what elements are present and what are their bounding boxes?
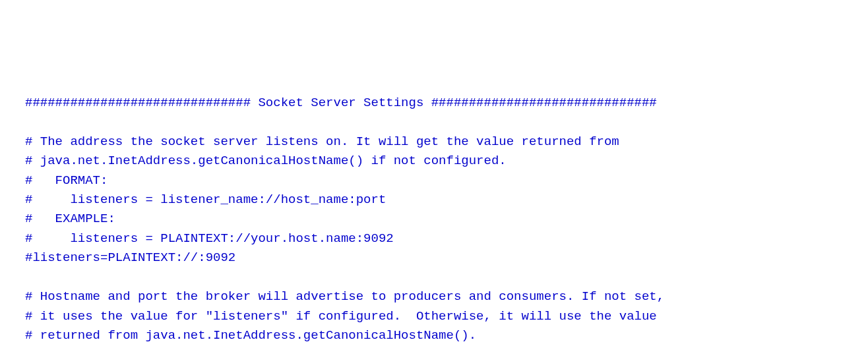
code-line: # java.net.InetAddress.getCanonicalHostN… (25, 152, 843, 171)
code-line: # Hostname and port the broker will adve… (25, 287, 843, 306)
code-line (25, 268, 843, 287)
code-line: # it uses the value for "listeners" if c… (25, 307, 843, 326)
code-line: # EXAMPLE: (25, 210, 843, 229)
code-line: #listeners=PLAINTEXT://:9092 (25, 248, 843, 268)
code-line: # The address the socket server listens … (25, 132, 843, 152)
code-line: # listeners = listener_name://host_name:… (25, 190, 843, 210)
code-line: # FORMAT: (25, 171, 843, 190)
code-line: # returned from java.net.InetAddress.get… (25, 326, 843, 344)
code-line: # listeners = PLAINTEXT://your.host.name… (25, 229, 843, 248)
code-line (25, 113, 843, 132)
code-line: ############################## Socket Se… (25, 94, 843, 113)
